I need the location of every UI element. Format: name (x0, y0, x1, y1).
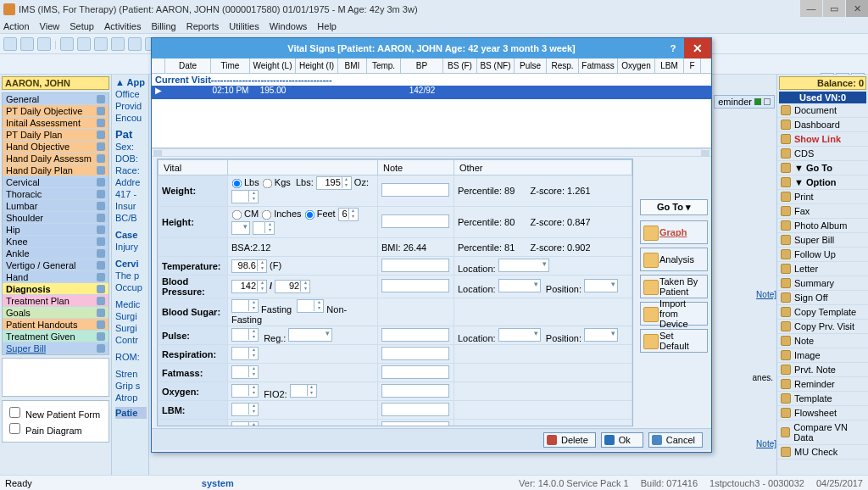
radio-cm[interactable] (232, 209, 242, 220)
right-item[interactable]: Print (777, 190, 868, 204)
nav-item[interactable]: Goals (3, 307, 108, 319)
right-item[interactable]: Prvt. Note (777, 363, 868, 377)
right-item[interactable]: Super Bill (777, 233, 868, 248)
right-item[interactable]: Copy Prv. Visit (777, 320, 868, 334)
log-col-header[interactable]: Oxygen (618, 58, 655, 73)
nav-item[interactable]: Hand Daily Plan (3, 164, 108, 176)
maximize-button[interactable]: ▭ (823, 0, 845, 17)
tool-icon[interactable] (37, 37, 51, 51)
right-item[interactable]: Dashboard (777, 118, 868, 132)
nav-item[interactable]: Treatment Plan (3, 295, 108, 307)
height-note-input[interactable] (381, 214, 449, 228)
tool-icon[interactable] (20, 37, 34, 51)
nav-item[interactable]: Diagnosis (3, 283, 108, 295)
nav-item[interactable]: Super Bill (3, 342, 108, 354)
right-item[interactable]: MU Check (777, 445, 868, 459)
log-col-header[interactable] (152, 58, 165, 73)
ok-button[interactable]: Ok (601, 432, 643, 448)
right-item[interactable]: CDS (777, 147, 868, 161)
nav-item[interactable]: Vertigo / General (3, 259, 108, 271)
graph-button[interactable]: Graph (640, 220, 708, 244)
delete-button[interactable]: Delete (543, 432, 596, 448)
menu-action[interactable]: Action (3, 19, 30, 33)
menu-windows[interactable]: Windows (270, 19, 308, 33)
tool-icon[interactable] (128, 37, 142, 51)
bp-note-input[interactable] (381, 279, 449, 292)
weight-lbs-input[interactable]: 195 (316, 176, 352, 190)
chk-pain-diagram-input[interactable] (9, 423, 20, 434)
right-item[interactable]: Copy Template (777, 305, 868, 320)
menu-help[interactable]: Help (317, 19, 337, 33)
lbm-input[interactable] (231, 403, 259, 416)
sugar-nonfasting-input[interactable] (297, 299, 324, 313)
nav-item[interactable]: Patient Handouts (3, 319, 108, 331)
radio-lbs[interactable] (232, 178, 242, 188)
log-col-header[interactable]: Resp. (547, 58, 579, 73)
chk-new-patient-form-input[interactable] (9, 407, 20, 418)
log-col-header[interactable]: Date (165, 58, 211, 73)
sugar-fasting-input[interactable] (231, 299, 259, 313)
temp-input[interactable]: 98.6 (231, 259, 267, 273)
right-item[interactable]: Image (777, 348, 868, 363)
menu-utilities[interactable]: Utilities (229, 19, 259, 33)
nav-item[interactable]: Lumbar (3, 200, 108, 212)
temp-note-input[interactable] (381, 259, 449, 272)
set-default-button[interactable]: Set Default (640, 329, 708, 353)
chk-new-patient-form[interactable]: New Patient Form (6, 404, 105, 420)
tool-icon[interactable] (77, 37, 91, 51)
analysis-button[interactable]: Analysis (640, 248, 708, 271)
nav-item[interactable]: Hip (3, 224, 108, 236)
nav-item[interactable]: Ankle (3, 248, 108, 259)
log-col-header[interactable]: Fatmass (579, 58, 618, 73)
bp-dia-input[interactable]: 92 (275, 280, 310, 293)
right-item[interactable]: ▼ Option (777, 175, 868, 190)
tool-icon[interactable] (111, 37, 125, 51)
peak-note-input[interactable] (381, 421, 449, 427)
visit-log-scrollbar[interactable] (152, 148, 711, 157)
log-col-header[interactable]: Pulse (515, 58, 547, 73)
patient-name-header[interactable]: AARON, JOHN (2, 76, 109, 90)
weight-lbs-radio[interactable]: Lbs (231, 177, 259, 187)
log-col-header[interactable]: BS (F) (443, 58, 477, 73)
dialog-help-button[interactable]: ? (664, 38, 682, 58)
fatmass-input[interactable] (231, 365, 259, 379)
peakflow-input[interactable] (231, 421, 259, 427)
right-item[interactable]: Compare VN Data (777, 420, 868, 445)
height-frac-input[interactable] (253, 221, 275, 235)
nav-item[interactable]: Hand Daily Assessm (3, 153, 108, 164)
bp-position-select[interactable] (584, 279, 618, 292)
right-item[interactable]: Document (777, 103, 868, 118)
log-col-header[interactable]: F (684, 58, 701, 73)
bp-sys-input[interactable]: 142 (231, 280, 267, 293)
log-col-header[interactable]: LBM (655, 58, 684, 73)
oxygen-input[interactable] (231, 384, 259, 398)
right-item[interactable]: Summary (777, 276, 868, 291)
right-item[interactable]: Show Link (777, 132, 868, 147)
goto-button[interactable]: Go To ▾ (640, 199, 708, 215)
right-item[interactable]: ▼ Go To (777, 161, 868, 175)
resp-input[interactable] (231, 347, 259, 360)
weight-note-input[interactable] (381, 183, 449, 197)
height-feet-radio[interactable]: Feet (304, 209, 336, 219)
tool-icon[interactable] (94, 37, 108, 51)
right-item[interactable]: Follow Up (777, 248, 868, 262)
radio-in[interactable] (262, 209, 272, 220)
log-col-header[interactable]: BS (NF) (477, 58, 515, 73)
right-item[interactable]: Sign Off (777, 291, 868, 305)
bp-location-select[interactable] (498, 279, 541, 292)
pulse-reg-select[interactable] (288, 328, 332, 342)
log-col-header[interactable]: BP (401, 58, 443, 73)
right-item[interactable]: Template (777, 392, 868, 406)
tool-icon[interactable] (3, 37, 17, 51)
fatmass-note-input[interactable] (381, 365, 449, 379)
weight-oz-input[interactable] (231, 190, 259, 203)
import-from-device-button[interactable]: Import from Device (640, 302, 708, 326)
log-col-header[interactable]: Height (I) (296, 58, 338, 73)
nav-item[interactable]: Initail Assessment (3, 117, 108, 129)
nav-item[interactable]: Thoracic (3, 188, 108, 200)
nav-item[interactable]: Hand Objective (3, 141, 108, 153)
temp-location-select[interactable] (498, 259, 549, 272)
dialog-close-button[interactable]: ✕ (684, 38, 711, 58)
right-item[interactable]: Reminder (777, 377, 868, 392)
nav-item[interactable]: Shoulder (3, 212, 108, 224)
